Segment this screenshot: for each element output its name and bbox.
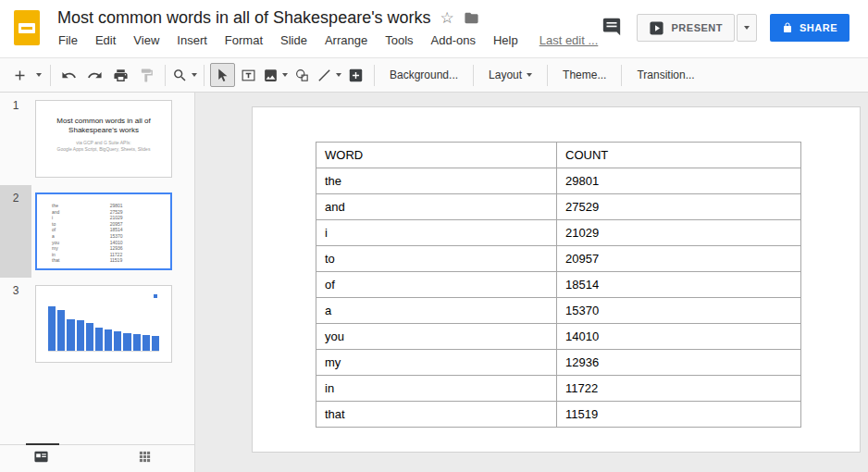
comment-icon bbox=[601, 17, 622, 37]
slide-page[interactable]: WORDCOUNT the29801and27529i21029to20957o… bbox=[252, 106, 861, 453]
undo-button[interactable] bbox=[56, 63, 81, 87]
table-cell[interactable]: you bbox=[316, 324, 557, 350]
table-row: you14010 bbox=[316, 324, 801, 350]
table-header-row: WORDCOUNT bbox=[316, 143, 801, 168]
slides-logo-icon[interactable] bbox=[14, 10, 40, 45]
menu-addons[interactable]: Add-ons bbox=[431, 33, 476, 47]
folder-icon[interactable] bbox=[464, 10, 479, 26]
slide-canvas: WORDCOUNT the29801and27529i21029to20957o… bbox=[195, 93, 868, 472]
menu-file[interactable]: File bbox=[58, 33, 78, 47]
table-cell[interactable]: and bbox=[316, 194, 557, 220]
table-header-cell[interactable]: WORD bbox=[316, 143, 557, 168]
slide-number: 2 bbox=[0, 185, 31, 278]
table-cell[interactable]: of bbox=[316, 272, 557, 298]
last-edit-link[interactable]: Last edit ... bbox=[539, 33, 599, 47]
table-cell[interactable]: 29801 bbox=[557, 168, 801, 194]
table-cell[interactable]: 12936 bbox=[557, 350, 801, 376]
mini-chart-bar bbox=[152, 336, 159, 351]
layout-button[interactable]: Layout bbox=[479, 63, 541, 87]
mini-table-row: in11722 bbox=[52, 252, 152, 258]
thumb1-subtitle-1: via GCP and G Suite APIs: bbox=[36, 140, 171, 145]
menu-help[interactable]: Help bbox=[493, 33, 518, 47]
table-cell[interactable]: to bbox=[316, 246, 557, 272]
add-comment-button[interactable] bbox=[343, 63, 368, 87]
print-button[interactable] bbox=[108, 63, 133, 87]
mini-chart-bar bbox=[67, 319, 74, 351]
present-dropdown-button[interactable] bbox=[737, 14, 757, 42]
menu-format[interactable]: Format bbox=[225, 33, 263, 47]
slide-thumbnail-1[interactable]: Most common words in all of Shakespeare'… bbox=[35, 100, 172, 178]
table-cell[interactable]: 18514 bbox=[557, 272, 801, 298]
table-cell[interactable]: the bbox=[316, 168, 557, 194]
image-button[interactable] bbox=[262, 63, 289, 87]
table-cell[interactable]: 11519 bbox=[557, 402, 801, 428]
document-title[interactable]: Most common words in all of Shakespeare'… bbox=[57, 8, 431, 28]
slide-row-1: 1 Most common words in all of Shakespear… bbox=[0, 93, 194, 185]
chart-legend-dot bbox=[154, 294, 157, 298]
redo-button[interactable] bbox=[82, 63, 107, 87]
text-box-button[interactable] bbox=[236, 63, 261, 87]
slide-number: 1 bbox=[0, 93, 31, 185]
menu-arrange[interactable]: Arrange bbox=[325, 33, 367, 47]
present-group: PRESENT bbox=[637, 14, 757, 42]
table-row: the29801 bbox=[316, 168, 801, 194]
view-toggle-bar bbox=[0, 444, 194, 472]
table-cell[interactable]: i bbox=[316, 220, 557, 246]
zoom-button[interactable] bbox=[171, 63, 198, 87]
table-row: to20957 bbox=[316, 246, 801, 272]
theme-button[interactable]: Theme... bbox=[553, 63, 615, 87]
word-count-table[interactable]: WORDCOUNT the29801and27529i21029to20957o… bbox=[316, 142, 801, 428]
chevron-down-icon bbox=[527, 73, 532, 77]
menu-insert[interactable]: Insert bbox=[177, 33, 207, 47]
share-button[interactable]: SHARE bbox=[770, 14, 849, 42]
menu-edit[interactable]: Edit bbox=[95, 33, 116, 47]
table-cell[interactable]: that bbox=[316, 402, 557, 428]
table-cell[interactable]: 15370 bbox=[557, 298, 801, 324]
select-tool-button[interactable] bbox=[210, 63, 235, 87]
paint-format-button[interactable] bbox=[134, 63, 159, 87]
table-row: in11722 bbox=[316, 376, 801, 402]
mini-table-row: that11519 bbox=[52, 257, 152, 264]
mini-chart-bar bbox=[57, 310, 65, 351]
new-slide-dropdown-button[interactable] bbox=[33, 63, 44, 87]
mini-table-row: the29801 bbox=[52, 203, 152, 209]
star-icon[interactable]: ☆ bbox=[440, 8, 454, 28]
thumb1-subtitle-2: Google Apps Script, BigQuery, Sheets, Sl… bbox=[36, 146, 171, 152]
filmstrip-view-button[interactable] bbox=[33, 449, 49, 468]
transition-button[interactable]: Transition... bbox=[627, 63, 703, 87]
new-slide-button[interactable] bbox=[7, 63, 32, 87]
slide-thumbnail-2[interactable]: the29801and27529i21029to20957of18514a153… bbox=[35, 193, 172, 270]
table-cell[interactable]: 21029 bbox=[557, 220, 801, 246]
search-icon bbox=[172, 68, 188, 83]
present-button[interactable]: PRESENT bbox=[637, 14, 735, 42]
slide-row-2: 2 the29801and27529i21029to20957of18514a1… bbox=[0, 185, 194, 278]
shape-button[interactable] bbox=[290, 63, 315, 87]
table-cell[interactable]: my bbox=[316, 350, 557, 376]
mini-chart-bar bbox=[48, 306, 56, 351]
table-cell[interactable]: in bbox=[316, 376, 557, 402]
menu-slide[interactable]: Slide bbox=[280, 33, 307, 47]
table-header-cell[interactable]: COUNT bbox=[557, 143, 801, 168]
mini-chart-bar bbox=[114, 331, 121, 351]
menu-tools[interactable]: Tools bbox=[385, 33, 413, 47]
comments-button[interactable] bbox=[601, 17, 624, 39]
table-cell[interactable]: 20957 bbox=[557, 246, 801, 272]
slide3-mini-chart bbox=[48, 302, 159, 352]
table-cell[interactable]: 27529 bbox=[557, 194, 801, 220]
table-row: a15370 bbox=[316, 298, 801, 324]
table-cell[interactable]: 14010 bbox=[557, 324, 801, 350]
background-button[interactable]: Background... bbox=[380, 63, 467, 87]
print-icon bbox=[113, 68, 129, 83]
table-cell[interactable]: a bbox=[316, 298, 557, 324]
image-icon bbox=[263, 68, 279, 83]
mini-chart-bar bbox=[133, 334, 141, 351]
table-cell[interactable]: 11722 bbox=[557, 376, 801, 402]
line-button[interactable] bbox=[316, 63, 342, 87]
toolbar-separator bbox=[374, 65, 375, 86]
slide-thumbnail-3[interactable] bbox=[35, 285, 172, 363]
mini-table-row: of18514 bbox=[52, 227, 152, 233]
grid-view-button[interactable] bbox=[138, 450, 152, 467]
menu-view[interactable]: View bbox=[133, 33, 159, 47]
menu-bar: FileEditViewInsertFormatSlideArrangeTool… bbox=[58, 33, 598, 47]
table-row: and27529 bbox=[316, 194, 801, 220]
